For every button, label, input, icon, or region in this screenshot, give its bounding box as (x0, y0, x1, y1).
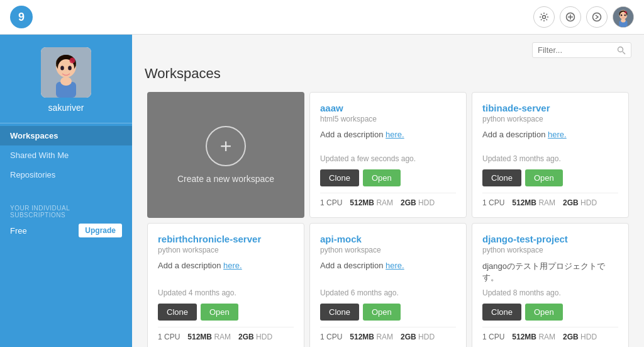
ws-specs-aaaw: 1 CPU 512MB RAM 2GB HDD (320, 193, 456, 207)
ws-updated-rebirth: Updated 4 months ago. (158, 288, 294, 297)
ws-actions-django: Clone Open (482, 304, 618, 321)
ws-updated-tibinade: Updated 3 months ago. (482, 154, 618, 163)
svg-point-10 (621, 14, 622, 16)
create-workspace-card[interactable]: + Create a new workspace (147, 92, 304, 218)
sidebar-nav: Workspaces Shared With Me Repositories (0, 126, 132, 185)
svg-point-25 (618, 47, 623, 52)
svg-point-4 (593, 13, 601, 21)
ws-type-aaaw: html5 workspace (320, 115, 456, 123)
subscription-row: Free Upgrade (10, 224, 122, 237)
ws-name-api-mock[interactable]: api-mock (320, 234, 456, 244)
ws-name-django[interactable]: django-test-project (482, 234, 618, 244)
ws-ram-rebirth: 512MB RAM (187, 333, 231, 341)
open-button-django[interactable]: Open (525, 304, 563, 321)
sidebar-avatar (41, 47, 91, 98)
open-button-api-mock[interactable]: Open (363, 304, 401, 321)
svg-point-21 (68, 66, 72, 71)
page-title: Workspaces (132, 65, 644, 89)
sidebar-item-repositories[interactable]: Repositories (0, 165, 132, 185)
ws-cpu-rebirth: 1 CPU (158, 333, 180, 341)
clone-button-django[interactable]: Clone (482, 304, 521, 321)
sidebar: sakuriver Workspaces Shared With Me Repo… (0, 35, 132, 347)
workspace-card-api-mock: api-mock python workspace Add a descript… (309, 223, 467, 347)
ws-hdd-django: 2GB HDD (563, 333, 597, 341)
ws-hdd-api-mock: 2GB HDD (401, 333, 435, 341)
ws-type-api-mock: python workspace (320, 246, 456, 254)
workspace-card-rebirth: rebirthchronicle-server python workspace… (147, 223, 304, 347)
workspace-card-tibinade: tibinade-server python workspace Add a d… (472, 92, 629, 218)
ws-name-aaaw[interactable]: aaaw (320, 103, 456, 113)
ws-actions-tibinade: Clone Open (482, 169, 618, 186)
ws-cpu-django: 1 CPU (482, 333, 504, 341)
ws-specs-api-mock: 1 CPU 512MB RAM 2GB HDD (320, 327, 456, 341)
ws-specs-rebirth: 1 CPU 512MB RAM 2GB HDD (158, 327, 294, 341)
clone-button-tibinade[interactable]: Clone (482, 169, 521, 186)
ws-ram-aaaw: 512MB RAM (350, 198, 393, 207)
ws-desc-link-aaaw[interactable]: here. (386, 130, 404, 139)
ws-actions-api-mock: Clone Open (320, 304, 456, 321)
filter-input-wrap (532, 42, 631, 58)
svg-point-24 (70, 58, 75, 64)
ws-name-rebirth[interactable]: rebirthchronicle-server (158, 234, 294, 244)
ws-hdd-tibinade: 2GB HDD (563, 198, 597, 207)
sidebar-item-shared[interactable]: Shared With Me (0, 145, 132, 165)
svg-point-23 (60, 77, 72, 86)
ws-type-django: python workspace (482, 246, 618, 254)
create-card-label: Create a new workspace (177, 174, 274, 184)
ws-hdd-aaaw: 2GB HDD (401, 198, 435, 207)
ws-updated-api-mock: Updated 6 months ago. (320, 288, 456, 297)
subscription-tier: Free (10, 226, 27, 236)
main-content: Workspaces + Create a new workspace aaaw… (132, 35, 644, 347)
clone-button-api-mock[interactable]: Clone (320, 304, 359, 321)
main-header (132, 35, 644, 65)
svg-point-11 (625, 14, 626, 16)
ws-type-tibinade: python workspace (482, 115, 618, 123)
workspace-card-aaaw: aaaw html5 workspace Add a description h… (309, 92, 467, 218)
search-icon (617, 46, 626, 55)
workspace-card-django: django-test-project python workspace dja… (472, 223, 629, 347)
settings-button[interactable] (533, 6, 555, 28)
forward-button[interactable] (586, 6, 608, 28)
filter-input[interactable] (538, 45, 613, 55)
open-button-rebirth[interactable]: Open (201, 304, 238, 321)
open-button-tibinade[interactable]: Open (525, 169, 563, 186)
sidebar-item-workspaces[interactable]: Workspaces (0, 126, 132, 145)
upgrade-button[interactable]: Upgrade (79, 224, 122, 237)
ws-updated-django: Updated 8 months ago. (482, 288, 618, 297)
open-button-aaaw[interactable]: Open (363, 169, 401, 186)
ws-name-tibinade[interactable]: tibinade-server (482, 103, 618, 113)
navbar-actions (533, 6, 634, 28)
ws-desc-tibinade: Add a description here. (482, 130, 618, 139)
create-card-icon: + (206, 126, 246, 166)
ws-desc-link-api-mock[interactable]: here. (386, 261, 404, 270)
ws-desc-link-rebirth[interactable]: here. (223, 261, 242, 270)
ws-cpu-aaaw: 1 CPU (320, 198, 342, 207)
clone-button-rebirth[interactable]: Clone (158, 304, 197, 321)
ws-actions-aaaw: Clone Open (320, 169, 456, 186)
ws-desc-link-tibinade[interactable]: here. (548, 130, 567, 139)
svg-line-26 (623, 52, 625, 54)
ws-specs-tibinade: 1 CPU 512MB RAM 2GB HDD (482, 193, 618, 207)
ws-ram-tibinade: 512MB RAM (512, 198, 555, 207)
subscriptions-label: YOUR INDIVIDUAL SUBSCRIPTIONS (10, 205, 122, 219)
ws-ram-api-mock: 512MB RAM (350, 333, 393, 341)
sidebar-divider (0, 123, 132, 123)
main-layout: sakuriver Workspaces Shared With Me Repo… (0, 35, 644, 347)
ws-cpu-api-mock: 1 CPU (320, 333, 342, 341)
ws-cpu-tibinade: 1 CPU (482, 198, 504, 207)
ws-specs-django: 1 CPU 512MB RAM 2GB HDD (482, 327, 618, 341)
navbar: 9 (0, 0, 644, 35)
user-avatar[interactable] (613, 6, 634, 28)
ws-type-rebirth: python workspace (158, 246, 294, 254)
sidebar-username: sakuriver (48, 103, 84, 113)
ws-updated-aaaw: Updated a few seconds ago. (320, 154, 456, 163)
ws-hdd-rebirth: 2GB HDD (238, 333, 272, 341)
clone-button-aaaw[interactable]: Clone (320, 169, 359, 186)
ws-desc-rebirth: Add a description here. (158, 261, 294, 270)
svg-point-20 (60, 66, 64, 71)
svg-point-0 (543, 16, 546, 19)
app-logo[interactable]: 9 (10, 6, 33, 28)
ws-desc-aaaw: Add a description here. (320, 130, 456, 139)
add-button[interactable] (560, 6, 581, 28)
ws-ram-django: 512MB RAM (512, 333, 555, 341)
